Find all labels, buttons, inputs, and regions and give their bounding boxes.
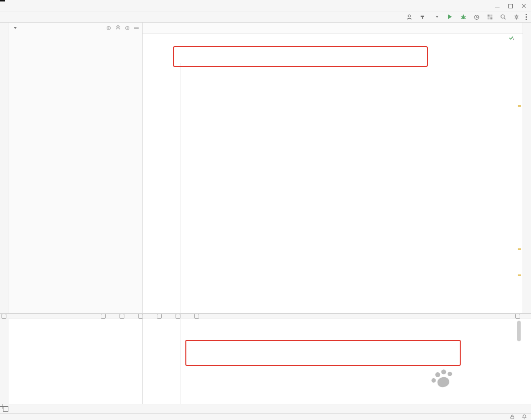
run-configuration-select[interactable] [432,15,441,18]
indent-guide [180,319,180,404]
maximize-icon[interactable] [508,3,513,8]
more-options-icon[interactable] [526,13,527,21]
resolution-badge [0,0,5,1]
error-stripe-mark [518,248,521,250]
minimize-icon[interactable] [495,3,500,8]
chevron-down-icon [14,27,17,29]
scrollbar-thumb[interactable] [517,321,521,341]
watermark-paw-logo [430,368,456,394]
panel-settings-gear-icon[interactable] [125,26,130,30]
right-tool-strip [523,23,531,313]
tool-window-bar [0,404,531,413]
profiler-icon[interactable] [472,13,480,21]
error-stripe-mark [518,274,521,276]
notifications-bell-icon[interactable] [522,414,527,420]
main-toolbar [405,13,531,21]
divider-icon [176,314,180,319]
status-bar [0,413,531,420]
build-hammer-icon[interactable] [418,13,426,21]
run-button[interactable] [446,13,454,21]
divider-icon [138,314,143,319]
divider-icon [101,314,106,319]
play-icon [448,14,452,19]
close-icon[interactable] [522,3,526,8]
title-bar [0,0,531,11]
inspections-check-icon [508,35,515,41]
project-panel-actions [106,26,139,30]
search-icon[interactable] [499,13,507,21]
settings-gear-icon[interactable] [512,13,520,21]
watermark [432,370,459,391]
navigation-bar [0,11,531,23]
coverage-icon[interactable] [486,13,494,21]
user-icon[interactable] [405,13,413,21]
divider-icon [194,314,199,319]
code-editor-top[interactable] [143,33,523,313]
project-panel [8,23,143,313]
hide-panel-icon[interactable] [134,26,139,30]
left-tool-strip [0,23,8,404]
error-stripe-mark [518,105,521,107]
locate-file-icon[interactable] [106,26,111,30]
project-panel-header[interactable] [8,23,142,33]
collapse-all-icon[interactable] [116,26,120,30]
debug-icon[interactable] [459,13,467,21]
indent-guide [180,63,180,313]
reader-mode-widget[interactable] [505,35,515,41]
tool-window-switcher-icon[interactable] [3,406,8,412]
code-editor-bottom[interactable] [143,319,531,404]
editor-tabs [143,23,523,33]
project-panel-empty-area [8,319,143,404]
lock-icon[interactable] [510,414,515,420]
divider-strip [0,313,531,319]
divider-icon [119,314,124,319]
chevron-down-icon [436,16,439,18]
divider-icon [157,314,162,319]
window-controls [495,0,526,11]
editor-pane-top [143,23,523,313]
divider-icon [1,314,6,319]
editor-pane-bottom [143,319,531,404]
divider-icon [515,314,520,319]
status-bar-widgets [482,414,527,420]
